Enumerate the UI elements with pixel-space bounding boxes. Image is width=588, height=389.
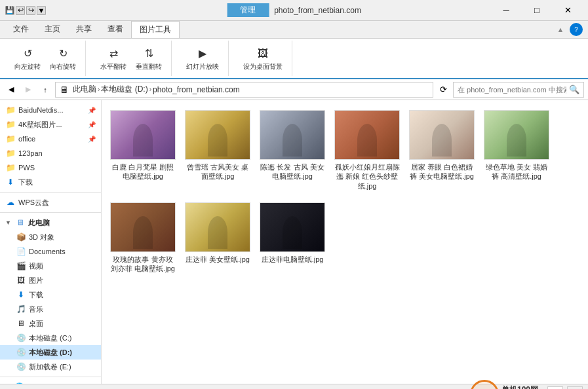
sidebar-item-pws[interactable]: 📁 PWS <box>0 160 101 175</box>
file-item[interactable]: 绿色草地 美女 翡婚裤 高清壁纸.jpg <box>480 105 553 195</box>
drive-d-icon: 💿 <box>16 347 26 358</box>
tab-home[interactable]: 主页 <box>37 21 68 38</box>
undo-btn[interactable]: ↩ <box>16 6 25 15</box>
forward-button[interactable]: ▶ <box>21 83 35 97</box>
download-icon: ⬇ <box>16 289 26 300</box>
sidebar-item-download-quick[interactable]: ⬇ 下载 <box>0 175 101 189</box>
file-item[interactable]: 庄达菲电脑壁纸.jpg <box>256 198 328 278</box>
back-button[interactable]: ◀ <box>4 83 18 97</box>
3d-icon: 📦 <box>16 232 26 242</box>
pws-icon: 📁 <box>5 162 16 173</box>
network-icon: 🌐 <box>14 382 24 384</box>
file-thumbnail <box>110 202 176 252</box>
file-name: 陈迤 长发 古风 美女电脑壁纸.jpg <box>260 162 325 181</box>
slideshow-button[interactable]: ▶ 幻灯片放映 <box>182 45 223 73</box>
sidebar-item-office[interactable]: 📁 office 📌 <box>0 132 101 146</box>
path-this-pc[interactable]: 此电脑 <box>73 84 96 95</box>
tab-file[interactable]: 文件 <box>5 21 37 38</box>
watermark-circle: +○ <box>470 380 499 390</box>
sidebar-item-download[interactable]: ⬇ 下载 <box>0 287 101 302</box>
rotate-right-button[interactable]: ↻ 向右旋转 <box>46 45 80 73</box>
sidebar-item-documents[interactable]: 📄 Documents <box>0 244 101 259</box>
watermark-text-group: 单机100网 danji1联网 <box>501 385 538 389</box>
tab-picture-tools[interactable]: 图片工具 <box>131 21 180 38</box>
file-grid: 白鹿 白月梵星 剧照 电脑壁纸.jpg曾雪瑶 古风美女 桌面壁纸.jpg陈迤 长… <box>102 100 588 384</box>
window-title: photo_from_netbian.com <box>274 6 361 15</box>
sidebar-item-baidu[interactable]: 📁 BaiduNetdis... 📌 <box>0 103 101 117</box>
quick-access-btn[interactable]: 💾 <box>5 6 14 15</box>
sidebar-item-drive-d[interactable]: 💿 本地磁盘 (D:) <box>0 345 101 360</box>
refresh-button[interactable]: ⟳ <box>436 83 450 97</box>
set-wallpaper-button[interactable]: 🖼 设为桌面背景 <box>239 45 286 73</box>
title-bar: 💾 ↩ ↪ ▼ 管理 photo_from_netbian.com ─ □ ✕ <box>0 0 588 21</box>
baidu-icon: 📁 <box>5 105 16 115</box>
sidebar-item-wps[interactable]: ☁ WPS云盘 <box>0 195 101 210</box>
path-current-folder[interactable]: photo_from_netbian.com <box>153 85 240 94</box>
file-name: 曾雪瑶 古风美女 桌面壁纸.jpg <box>185 162 250 181</box>
file-item[interactable]: 曾雪瑶 古风美女 桌面壁纸.jpg <box>182 105 254 195</box>
file-name: 居家 养眼 白色裙婚裤 美女电脑壁纸.jpg <box>409 162 475 181</box>
path-folder-icon: 🖥 <box>60 84 69 95</box>
title-bar-controls: 💾 ↩ ↪ ▼ <box>5 6 46 15</box>
flip-v-button[interactable]: ⇅ 垂直翻转 <box>132 45 166 73</box>
sidebar-item-music[interactable]: 🎵 音乐 <box>0 302 101 316</box>
ribbon-group-set-wallpaper: 🖼 设为桌面背景 <box>234 41 292 76</box>
ribbon-tabs: 文件 主页 共享 查看 图片工具 ▲ ? <box>0 21 588 39</box>
title-bar-left: 💾 ↩ ↪ ▼ <box>5 6 46 15</box>
file-name: 庄达菲电脑壁纸.jpg <box>262 255 324 264</box>
minimize-button[interactable]: ─ <box>491 1 521 20</box>
sidebar-item-3d[interactable]: 📦 3D 对象 <box>0 230 101 244</box>
sidebar-item-video[interactable]: 🎬 视频 <box>0 259 101 273</box>
file-name: 庄达菲 美女壁纸.jpg <box>186 255 250 264</box>
sidebar-item-desktop[interactable]: 🖥 桌面 <box>0 316 101 331</box>
file-item[interactable]: 居家 养眼 白色裙婚裤 美女电脑壁纸.jpg <box>406 105 478 195</box>
drive-e-icon: 💿 <box>16 361 26 372</box>
video-icon: 🎬 <box>16 261 26 271</box>
file-name: 白鹿 白月梵星 剧照 电脑壁纸.jpg <box>110 162 176 181</box>
large-icon-view-btn[interactable]: ⊞ <box>547 386 563 390</box>
123pan-icon: 📁 <box>5 148 16 158</box>
office-icon: 📁 <box>5 134 16 144</box>
ribbon-collapse-btn[interactable]: ▲ <box>554 23 567 36</box>
file-item[interactable]: 玫瑰的故事 黄亦玫 刘亦菲 电脑壁纸.jpg <box>107 198 179 278</box>
sidebar-item-4k[interactable]: 📁 4K壁纸图片... 📌 <box>0 117 101 132</box>
main-area: 📁 BaiduNetdis... 📌 📁 4K壁纸图片... 📌 📁 offic… <box>0 100 588 384</box>
slideshow-icon: ▶ <box>195 46 210 62</box>
drive-c-icon: 💿 <box>16 333 26 343</box>
file-item[interactable]: 孤妖小红娘月红扇陈迤 新娘 红色头纱壁纸.jpg <box>331 105 403 195</box>
sidebar-item-drive-e[interactable]: 💿 新加载卷 (E:) <box>0 360 101 374</box>
close-button[interactable]: ✕ <box>553 1 583 20</box>
search-input[interactable] <box>458 86 566 94</box>
redo-btn[interactable]: ↪ <box>26 6 35 15</box>
sidebar-item-pictures[interactable]: 🖼 图片 <box>0 273 101 287</box>
search-icon[interactable]: 🔍 <box>569 84 579 94</box>
sidebar-item-drive-c[interactable]: 💿 本地磁盘 (C:) <box>0 331 101 345</box>
flip-h-button[interactable]: ⇄ 水平翻转 <box>96 45 130 73</box>
watermark-logo: +○ <box>470 380 499 390</box>
help-button[interactable]: ? <box>570 23 583 36</box>
sidebar: 📁 BaiduNetdis... 📌 📁 4K壁纸图片... 📌 📁 offic… <box>0 100 102 384</box>
sidebar-item-network[interactable]: ▶ 🌐 网络 <box>0 380 101 384</box>
sidebar-item-thispc[interactable]: ▼ 🖥 此电脑 <box>0 215 101 230</box>
file-thumbnail <box>260 202 325 252</box>
file-item[interactable]: 陈迤 长发 古风 美女电脑壁纸.jpg <box>256 105 328 195</box>
rotate-left-button[interactable]: ↺ 向左旋转 <box>10 45 45 73</box>
up-button[interactable]: ↑ <box>38 83 52 97</box>
properties-btn[interactable]: ▼ <box>37 6 46 15</box>
tab-share[interactable]: 共享 <box>68 21 100 38</box>
sidebar-item-123pan[interactable]: 📁 123pan <box>0 146 101 160</box>
maximize-button[interactable]: □ <box>522 1 552 20</box>
file-thumbnail <box>110 110 176 160</box>
file-thumbnail <box>409 110 475 160</box>
detail-view-btn[interactable]: ☰ <box>567 386 583 390</box>
path-drive-d[interactable]: 本地磁盘 (D:) <box>101 84 147 95</box>
file-item[interactable]: 庄达菲 美女壁纸.jpg <box>182 198 254 278</box>
file-item[interactable]: 白鹿 白月梵星 剧照 电脑壁纸.jpg <box>107 105 179 195</box>
address-path[interactable]: 🖥 此电脑 › 本地磁盘 (D:) › photo_from_netbian.c… <box>55 82 433 98</box>
tab-view[interactable]: 查看 <box>100 21 131 38</box>
flip-v-icon: ⇅ <box>141 46 157 62</box>
rotate-right-icon: ↻ <box>55 46 71 62</box>
collapse-thispc: ▼ <box>5 219 11 226</box>
ribbon-content: ↺ 向左旋转 ↻ 向右旋转 ⇄ 水平翻转 ⇅ 垂直翻转 ▶ 幻灯片放映 <box>0 39 588 79</box>
search-bar[interactable]: 🔍 <box>453 82 584 98</box>
